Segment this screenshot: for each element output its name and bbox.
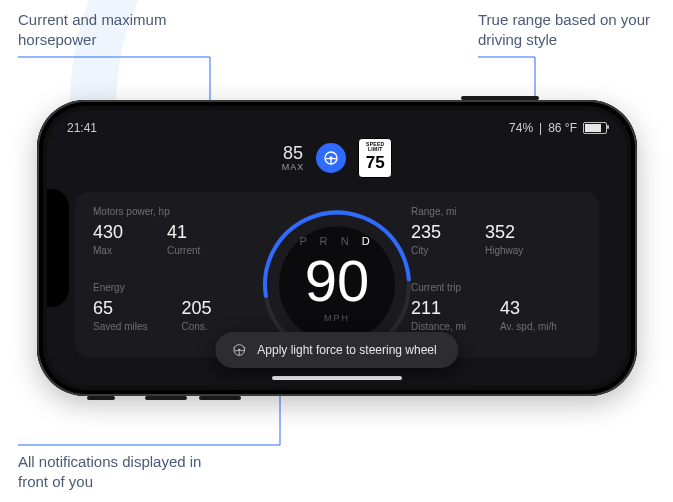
side-button xyxy=(461,96,539,100)
speed-limit-label: SPEEDLIMIT xyxy=(359,142,391,152)
svg-point-9 xyxy=(238,349,241,352)
annotation-horsepower: Current and maximum horsepower xyxy=(18,10,218,51)
max-speed-label: MAX xyxy=(282,163,305,172)
home-indicator[interactable] xyxy=(272,376,402,380)
status-bar: 21:41 74% | 86 °F xyxy=(67,120,607,136)
notification-text: Apply light force to steering wheel xyxy=(257,343,436,357)
volume-buttons xyxy=(87,396,287,400)
stat-saved-miles: 65 Saved miles xyxy=(93,299,147,332)
status-temp-separator: | xyxy=(539,121,542,135)
speed-unit: MPH xyxy=(257,313,417,323)
steering-wheel-icon xyxy=(323,150,339,166)
stat-energy: Energy 65 Saved miles 205 Cons. xyxy=(93,282,263,332)
max-speed-value: 85 xyxy=(282,144,305,163)
stat-range-city: 235 City xyxy=(411,223,451,256)
stat-motors-power: Motors power, hp 430 Max 41 Current xyxy=(93,206,263,256)
status-time: 21:41 xyxy=(67,121,97,135)
top-hud-row: 85 MAX SPEEDLIMIT 75 xyxy=(47,138,627,178)
gear-selector: P R N D xyxy=(257,235,417,247)
annotation-range: True range based on your driving style xyxy=(478,10,673,51)
phone-notch xyxy=(47,189,69,307)
max-speed-block: 85 MAX xyxy=(282,144,305,172)
stat-trip-distance: 211 Distance, mi xyxy=(411,299,466,332)
speed-limit-sign: SPEEDLIMIT 75 xyxy=(358,138,392,178)
status-battery-pct: 74% xyxy=(509,121,533,135)
battery-icon xyxy=(583,122,607,134)
notification-toast[interactable]: Apply light force to steering wheel xyxy=(215,332,458,368)
speed-limit-value: 75 xyxy=(359,154,391,171)
autopilot-button[interactable] xyxy=(316,143,346,173)
stat-current-trip: Current trip 211 Distance, mi 43 Av. spd… xyxy=(411,282,581,332)
annotation-notifications: All notifications displayed in front of … xyxy=(18,452,218,493)
steering-wheel-icon xyxy=(231,342,247,358)
stat-consumption: 205 Cons. xyxy=(181,299,221,332)
stat-range-highway: 352 Highway xyxy=(485,223,525,256)
speed-value: 90 xyxy=(257,247,417,314)
svg-point-4 xyxy=(330,156,333,159)
stat-trip-avg-speed: 43 Av. spd, mi/h xyxy=(500,299,557,332)
stat-range: Range, mi 235 City 352 Highway xyxy=(411,206,581,256)
phone-device-frame: 21:41 74% | 86 °F 85 MAX xyxy=(37,100,637,396)
stat-hp-current: 41 Current xyxy=(167,223,207,256)
status-temperature: 86 °F xyxy=(548,121,577,135)
phone-screen: 21:41 74% | 86 °F 85 MAX xyxy=(47,110,627,386)
stat-hp-max: 430 Max xyxy=(93,223,133,256)
